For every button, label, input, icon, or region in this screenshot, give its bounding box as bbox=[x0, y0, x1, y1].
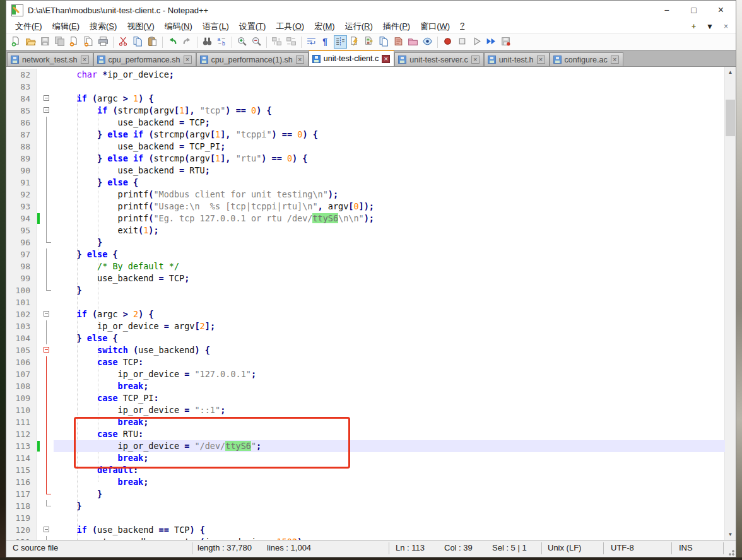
code-text[interactable]: ip_or_device = argv[2]; bbox=[54, 320, 725, 332]
line-number[interactable]: 99 bbox=[6, 272, 37, 284]
menu-item-n[interactable]: 编码(N) bbox=[160, 20, 197, 33]
scroll-up-arrow[interactable]: ▲ bbox=[725, 67, 736, 78]
scroll-down-arrow[interactable]: ▼ bbox=[725, 529, 736, 540]
minimize-button[interactable]: − bbox=[653, 1, 680, 20]
line-number[interactable]: 103 bbox=[6, 320, 37, 332]
code-text[interactable]: ctx = modbus_new_tcp(ip_or_device, 1502)… bbox=[54, 536, 725, 540]
line-number[interactable]: 82 bbox=[6, 69, 37, 81]
tab-close-button[interactable]: × bbox=[471, 55, 480, 64]
tab-close-button[interactable]: × bbox=[296, 55, 304, 64]
resize-grip[interactable] bbox=[726, 547, 735, 556]
line-number[interactable]: 119 bbox=[6, 512, 37, 524]
line-number[interactable]: 113 bbox=[6, 440, 37, 452]
line-number[interactable]: 95 bbox=[6, 225, 37, 236]
line-number[interactable]: 111 bbox=[6, 416, 37, 428]
code-text[interactable]: printf("Usage:\n %s [tcp|tcppi|rtu]\n", … bbox=[54, 201, 725, 213]
tab-unit-test-client.c[interactable]: unit-test-client.c× bbox=[309, 50, 395, 66]
fold-collapse-button[interactable] bbox=[41, 105, 54, 117]
menu-item-w[interactable]: 窗口(W) bbox=[415, 20, 455, 33]
line-number[interactable]: 107 bbox=[6, 368, 37, 380]
line-number[interactable]: 112 bbox=[6, 428, 37, 440]
fold-collapse-button[interactable] bbox=[41, 308, 54, 320]
menu-item-s[interactable]: 搜索(S) bbox=[85, 20, 122, 33]
tab-close-button[interactable]: × bbox=[184, 55, 192, 64]
fold-collapse-button[interactable] bbox=[41, 93, 54, 105]
toolbar-replace-button[interactable]: ab bbox=[215, 35, 228, 49]
toolbar-save-file-button[interactable] bbox=[38, 35, 52, 49]
code-text[interactable]: } else { bbox=[54, 332, 725, 344]
toolbar-indent-guide-button[interactable] bbox=[334, 35, 347, 49]
vertical-scrollbar[interactable]: ▲ ▼ bbox=[724, 67, 736, 540]
toolbar-folder-as-workspace-button[interactable] bbox=[406, 35, 420, 49]
line-number[interactable]: 88 bbox=[6, 141, 37, 153]
tab-cpu_performance(1).sh[interactable]: cpu_performance(1).sh× bbox=[196, 52, 309, 66]
code-text[interactable]: if (argc > 1) { bbox=[54, 93, 725, 105]
code-text[interactable]: if (strcmp(argv[1], "tcp") == 0) { bbox=[54, 105, 725, 117]
line-number[interactable]: 85 bbox=[6, 105, 37, 117]
line-number[interactable]: 110 bbox=[6, 404, 37, 416]
close-button[interactable]: × bbox=[707, 1, 734, 20]
tab-unit-test-server.c[interactable]: unit-test-server.c× bbox=[394, 52, 483, 66]
code-text[interactable]: ip_or_device = "::1"; bbox=[54, 404, 725, 416]
menu-item-r[interactable]: 运行(R) bbox=[340, 20, 378, 33]
new-tab-button[interactable]: + bbox=[692, 22, 696, 31]
code-text[interactable]: switch (use_backend) { bbox=[54, 344, 725, 356]
tab-close-button[interactable]: × bbox=[382, 55, 390, 63]
toolbar-sync-vertical-scroll-button[interactable] bbox=[270, 35, 283, 49]
toolbar-open-file-button[interactable] bbox=[24, 35, 37, 49]
code-text[interactable]: } else { bbox=[54, 177, 725, 189]
toolbar-file-browser-button[interactable] bbox=[392, 35, 405, 49]
code-text[interactable]: if (use_backend == TCP) { bbox=[54, 524, 725, 536]
code-text[interactable]: use_backend = RTU; bbox=[54, 165, 725, 177]
tab-network_test.sh[interactable]: network_test.sh× bbox=[7, 52, 93, 66]
code-text[interactable]: /* By default */ bbox=[54, 260, 725, 272]
menu-item-f[interactable]: 文件(F) bbox=[10, 20, 47, 33]
line-number[interactable]: 91 bbox=[6, 177, 37, 189]
line-number[interactable]: 109 bbox=[6, 392, 37, 404]
toolbar-macro-play-button[interactable] bbox=[470, 35, 483, 49]
line-number[interactable]: 90 bbox=[6, 165, 37, 177]
tab-cpu_performance.sh[interactable]: cpu_performance.sh× bbox=[93, 52, 196, 66]
code-text[interactable]: break; bbox=[54, 380, 725, 392]
tab-close-button[interactable]: × bbox=[537, 55, 545, 64]
toolbar-print-button[interactable] bbox=[97, 35, 110, 49]
code-text[interactable]: use_backend = TCP; bbox=[54, 117, 725, 129]
fold-collapse-button[interactable] bbox=[41, 344, 54, 356]
code-text[interactable]: } bbox=[54, 236, 725, 248]
code-text[interactable]: printf("Eg. tcp 127.0.0.1 or rtu /dev/tt… bbox=[54, 213, 725, 225]
close-document-button[interactable]: × bbox=[724, 22, 728, 31]
toolbar-macro-save-button[interactable] bbox=[499, 35, 512, 49]
code-text[interactable]: char *ip_or_device; bbox=[54, 69, 725, 81]
code-text[interactable]: ip_or_device = "127.0.0.1"; bbox=[54, 368, 725, 380]
toolbar-show-all-characters-button[interactable]: ¶ bbox=[319, 35, 333, 49]
toolbar-macro-run-multiple-button[interactable] bbox=[485, 35, 498, 49]
menu-item-t[interactable]: 设置(T) bbox=[234, 20, 271, 33]
line-number[interactable]: 83 bbox=[6, 81, 37, 93]
tab-configure.ac[interactable]: configure.ac× bbox=[550, 52, 623, 66]
code-text[interactable]: case TCP_PI: bbox=[54, 392, 725, 404]
line-number[interactable]: 92 bbox=[6, 189, 37, 201]
code-text[interactable] bbox=[54, 512, 725, 524]
editor-area[interactable]: 82 char *ip_or_device;8384 if (argc > 1)… bbox=[6, 66, 736, 540]
code-text[interactable]: } bbox=[54, 284, 725, 296]
menu-item-p[interactable]: 插件(P) bbox=[378, 20, 415, 33]
code-text[interactable]: } bbox=[54, 500, 725, 512]
line-number[interactable]: 87 bbox=[6, 129, 37, 141]
toolbar-save-all-button[interactable] bbox=[53, 35, 66, 49]
line-number[interactable]: 106 bbox=[6, 356, 37, 368]
toolbar-word-wrap-button[interactable] bbox=[305, 35, 318, 49]
line-number[interactable]: 115 bbox=[6, 464, 37, 476]
code-text[interactable]: case TCP: bbox=[54, 356, 725, 368]
toolbar-redo-button[interactable] bbox=[180, 35, 194, 49]
line-number[interactable]: 104 bbox=[6, 332, 37, 344]
fold-collapse-button[interactable] bbox=[41, 524, 54, 536]
code-text[interactable]: use_backend = TCP_PI; bbox=[54, 141, 725, 153]
line-number[interactable]: 100 bbox=[6, 284, 37, 296]
line-number[interactable]: 94 bbox=[6, 213, 37, 225]
toolbar-undo-button[interactable] bbox=[166, 35, 179, 49]
menu-item-?[interactable]: ? bbox=[455, 20, 469, 33]
toolbar-new-file-button[interactable] bbox=[9, 35, 23, 49]
code-text[interactable] bbox=[54, 296, 725, 308]
toolbar-zoom-in-button[interactable] bbox=[235, 35, 249, 49]
menu-item-o[interactable]: 工具(O) bbox=[271, 20, 309, 33]
